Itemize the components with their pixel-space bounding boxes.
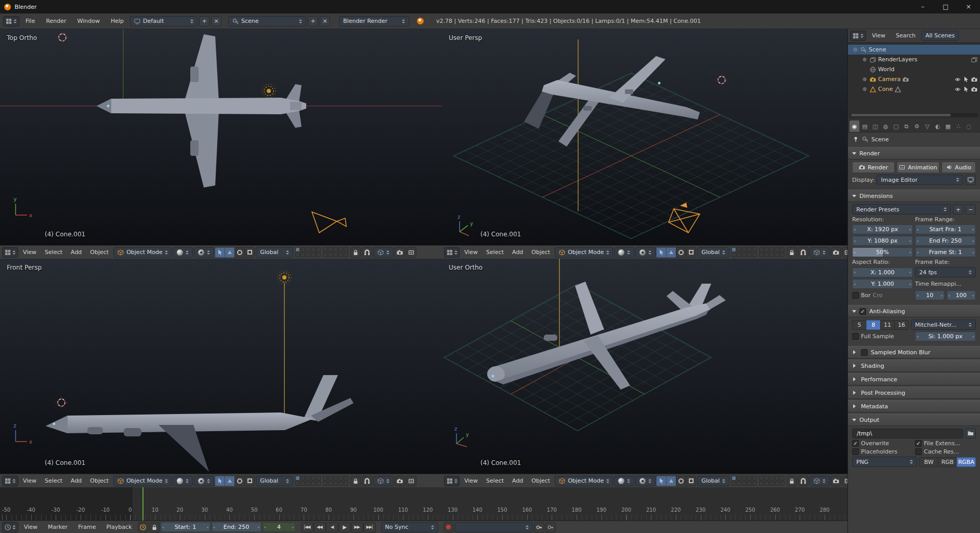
- selectability-pointer-icon[interactable]: [963, 76, 969, 83]
- viewport-front-persp[interactable]: z x Front Persp (4) Cone.001 View Select…: [0, 259, 442, 487]
- layer-toggle[interactable]: [742, 252, 747, 257]
- properties-tab-render-layers[interactable]: ▤: [860, 121, 870, 132]
- render-restrict-icon[interactable]: [971, 76, 977, 83]
- layer-toggle[interactable]: [737, 481, 741, 486]
- layer-toggle[interactable]: [323, 252, 328, 257]
- layer-toggle[interactable]: [752, 476, 757, 481]
- menu-add[interactable]: Add: [67, 476, 85, 486]
- panel-header-metadata[interactable]: Metadata: [848, 400, 980, 412]
- resolution-y-field[interactable]: Y: 1080 px: [852, 236, 913, 246]
- editor-type-3dview-button[interactable]: [2, 476, 18, 486]
- add-preset-button[interactable]: +: [953, 204, 963, 215]
- frame-end-field[interactable]: End:250: [212, 522, 262, 532]
- frame-end-field[interactable]: End Fr: 250: [915, 236, 976, 246]
- layer-toggle[interactable]: [328, 252, 333, 257]
- layer-toggle[interactable]: [775, 247, 779, 252]
- current-frame-field[interactable]: 4: [263, 522, 296, 532]
- editor-type-3dview-button[interactable]: [444, 247, 460, 258]
- aa-samples-8-button[interactable]: 8: [866, 320, 881, 330]
- use-preview-range-toggle[interactable]: [138, 522, 148, 532]
- layer-toggle[interactable]: [333, 247, 338, 252]
- layer-toggle[interactable]: [747, 247, 752, 252]
- layer-toggle[interactable]: [300, 476, 305, 481]
- layer-toggle[interactable]: [764, 476, 769, 481]
- pin-icon[interactable]: [853, 136, 859, 142]
- snap-element-dropdown[interactable]: [809, 476, 830, 486]
- layer-toggle[interactable]: [759, 476, 764, 481]
- mode-dropdown[interactable]: Object Mode: [555, 476, 613, 486]
- transform-orientation-dropdown[interactable]: Global: [697, 247, 729, 258]
- cache-result-checkbox[interactable]: [915, 448, 922, 455]
- visibility-eye-icon[interactable]: [955, 86, 961, 92]
- layer-toggle[interactable]: [759, 481, 764, 486]
- menu-select[interactable]: Select: [41, 476, 66, 486]
- properties-tab-scene[interactable]: ◫: [870, 121, 880, 132]
- opengl-render-still-button[interactable]: [831, 476, 841, 486]
- layer-toggle[interactable]: [295, 476, 300, 481]
- menu-search[interactable]: Search: [891, 31, 920, 41]
- manipulator-toggle[interactable]: [656, 476, 667, 486]
- mode-dropdown[interactable]: Object Mode: [113, 247, 172, 258]
- expand-toggle-icon[interactable]: [861, 57, 868, 62]
- insert-keyframe-button[interactable]: [534, 522, 544, 532]
- layer-toggle[interactable]: [775, 252, 779, 257]
- layer-toggle[interactable]: [333, 476, 338, 481]
- scale-manipulator-button[interactable]: [686, 247, 696, 258]
- aspect-x-field[interactable]: X: 1.000: [852, 268, 913, 277]
- screen-layout-dropdown[interactable]: Default: [130, 16, 198, 26]
- pivot-point-dropdown[interactable]: [635, 476, 656, 486]
- delete-keyframe-button[interactable]: [545, 522, 556, 532]
- color-mode-bw-button[interactable]: BW: [919, 457, 938, 467]
- panel-header-post-processing[interactable]: Post Processing: [848, 387, 980, 399]
- outliner-row-scene[interactable]: Scene: [848, 45, 980, 55]
- snap-toggle[interactable]: [798, 247, 808, 258]
- layer-toggle[interactable]: [306, 476, 310, 481]
- lock-time-toggle[interactable]: [149, 522, 160, 532]
- full-sample-checkbox[interactable]: [852, 333, 859, 340]
- layer-toggle[interactable]: [344, 476, 348, 481]
- viewport-scene-front-persp[interactable]: z x: [0, 259, 442, 474]
- menu-select[interactable]: Select: [482, 247, 507, 257]
- prev-keyframe-button[interactable]: [313, 522, 326, 532]
- properties-tab-physics[interactable]: ◌: [964, 121, 974, 132]
- properties-tab-particles[interactable]: ∴: [953, 121, 963, 132]
- menu-object[interactable]: Object: [86, 476, 112, 486]
- properties-tab-render[interactable]: ◉: [850, 121, 859, 132]
- aa-filter-size-field[interactable]: Si: 1.000 px: [915, 331, 976, 341]
- layer-toggle[interactable]: [752, 247, 757, 252]
- snap-element-dropdown[interactable]: [373, 476, 394, 486]
- layer-toggle[interactable]: [742, 247, 747, 252]
- anti-aliasing-checkbox[interactable]: [859, 308, 866, 315]
- layer-toggle[interactable]: [759, 247, 764, 252]
- pivot-point-dropdown[interactable]: [194, 247, 214, 258]
- rotate-manipulator-button[interactable]: [676, 476, 686, 486]
- layer-toggle[interactable]: [731, 247, 736, 252]
- menu-add[interactable]: Add: [508, 247, 527, 257]
- layer-toggle[interactable]: [323, 481, 328, 486]
- layer-toggle[interactable]: [344, 252, 348, 257]
- lock-layers-toggle[interactable]: [350, 476, 361, 486]
- time-remap-old-field[interactable]: 10: [915, 290, 945, 300]
- visibility-eye-icon[interactable]: [955, 76, 961, 83]
- delete-scene-button[interactable]: ×: [320, 16, 330, 26]
- frame-step-field[interactable]: Frame St: 1: [915, 247, 976, 257]
- layer-toggle[interactable]: [747, 252, 752, 257]
- menu-marker[interactable]: Marker: [43, 522, 72, 532]
- viewport-scene-top-ortho[interactable]: y x: [0, 29, 442, 245]
- manipulator-toggle[interactable]: [656, 247, 667, 258]
- properties-tab-constraints[interactable]: ⧉: [901, 121, 911, 132]
- auto-keyframe-record-button[interactable]: [443, 522, 454, 532]
- menu-object[interactable]: Object: [528, 247, 554, 257]
- properties-tab-texture[interactable]: ▦: [943, 121, 953, 132]
- output-path-field[interactable]: /tmp\: [852, 429, 963, 438]
- snap-element-dropdown[interactable]: [809, 247, 830, 258]
- border-checkbox[interactable]: [852, 292, 859, 299]
- snap-toggle[interactable]: [362, 247, 372, 258]
- sync-dropdown[interactable]: No Sync: [381, 522, 438, 532]
- render-presets-dropdown[interactable]: Render Presets: [852, 204, 951, 215]
- layer-toggle[interactable]: [780, 247, 785, 252]
- render-engine-dropdown[interactable]: Blender Render: [339, 16, 409, 26]
- jump-to-start-button[interactable]: [301, 522, 313, 532]
- lock-layers-toggle[interactable]: [787, 476, 797, 486]
- layer-toggle[interactable]: [752, 481, 757, 486]
